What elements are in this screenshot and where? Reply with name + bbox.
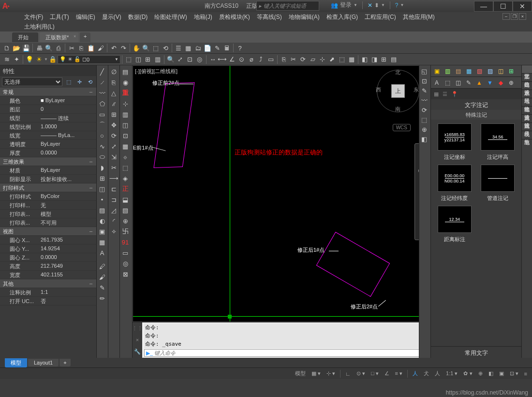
origin-handle[interactable] [228, 315, 232, 319]
rt1[interactable]: ◱ [419, 66, 429, 76]
zoom-all[interactable]: ⊡ [185, 55, 195, 64]
status-anno[interactable]: ⊕ [476, 369, 485, 378]
status-gear[interactable]: ✿ ▾ [461, 369, 474, 378]
insert-icon[interactable]: ⊞ [97, 173, 107, 183]
rp9[interactable]: A [432, 78, 442, 88]
side-tab[interactable]: 地貌土 [522, 131, 532, 139]
mirror-icon[interactable]: △ [108, 88, 119, 98]
brush2-icon[interactable]: 🖌 [97, 272, 107, 282]
polygon-icon[interactable]: ⬠ [97, 98, 107, 109]
dim7[interactable]: ▭ [266, 55, 276, 64]
spline-icon[interactable]: ∿ [97, 141, 107, 152]
prop-row[interactable]: 打印样...无 [0, 201, 96, 210]
palette-item[interactable]: x16585.83y22137.14注记坐标 [435, 123, 474, 161]
palette-item[interactable]: 34.56注记坪高 [478, 123, 518, 161]
prop-section[interactable]: 常规 [0, 88, 96, 96]
rt6[interactable]: ⬚ [419, 115, 429, 124]
command-input[interactable] [154, 350, 428, 356]
rp10[interactable]: ⬚ [443, 78, 452, 88]
cass1[interactable]: ▤ [120, 66, 131, 77]
mod2[interactable]: ✂ [289, 55, 298, 64]
region-icon[interactable]: ▣ [97, 226, 107, 237]
cass14[interactable]: ▧ [120, 205, 131, 215]
rt3[interactable]: ✎ [419, 86, 429, 95]
rp14[interactable]: ▼ [485, 78, 495, 88]
prop-row[interactable]: 图层0 [0, 105, 96, 114]
rp6[interactable]: ▨ [485, 66, 495, 76]
cmd-close-icon[interactable]: × [136, 337, 139, 343]
match-icon[interactable]: 🖌 [96, 43, 105, 53]
selectobj-icon[interactable]: ⟲ [86, 77, 94, 86]
mdi-restore-icon[interactable]: ❐ [511, 13, 518, 20]
help-search-input[interactable]: ▸键入关键字或短语 [256, 1, 319, 11]
rp4[interactable]: ▦ [464, 66, 473, 76]
rp1[interactable]: ▣ [432, 66, 442, 76]
status-polar[interactable]: ⊙ ▾ [355, 369, 367, 378]
zoom-prev-icon[interactable]: ⟲ [161, 43, 170, 53]
menu-diji[interactable]: 地籍(J) [194, 13, 212, 21]
rp12[interactable]: ✎ [464, 78, 473, 88]
prop-section[interactable]: 三维效果 [0, 157, 96, 166]
menu-data[interactable]: 数据(D) [128, 13, 148, 21]
cmd-grip-icon[interactable]: ⋮⋮ [132, 325, 143, 332]
calc-icon[interactable]: 🖩 [222, 43, 232, 53]
layerstate-icon[interactable]: ✦ [12, 55, 21, 64]
cass13[interactable]: ⬓ [120, 194, 131, 205]
layer-dropdown[interactable]: 💡☀ 🔓 ◻ 0▼ [58, 55, 120, 64]
side-tab[interactable]: 水系设施 [522, 82, 532, 90]
menu-landuse[interactable]: 土地利用(L) [24, 23, 55, 31]
menu-qc[interactable]: 质检模块(K) [219, 13, 250, 21]
status-model[interactable]: 模型 [293, 369, 308, 378]
cass6[interactable]: ◫ [120, 120, 131, 130]
rt4[interactable]: 〰 [419, 95, 429, 105]
brush3-icon[interactable]: ✎ [97, 282, 107, 293]
wcs-label[interactable]: WCS [393, 124, 411, 131]
selection-dropdown[interactable]: 无选择 [2, 77, 62, 86]
status-scale[interactable]: 1:1 ▾ [444, 369, 459, 378]
status-y[interactable]: ▣ [497, 369, 506, 378]
cass8[interactable]: ▦ [120, 141, 131, 152]
sheet-icon[interactable]: 📄 [203, 43, 212, 53]
prop-row[interactable]: 阴影显示投射和接收... [0, 175, 96, 183]
viewport-label[interactable]: [-][俯视][二维线框] [135, 68, 177, 75]
chamfer-icon[interactable]: ◿ [108, 205, 119, 215]
quickselect-icon[interactable]: ⬚ [64, 77, 73, 86]
fillet-icon[interactable]: ◜ [108, 215, 119, 226]
cass17[interactable]: 91 [120, 237, 131, 247]
cass10[interactable]: ⬚ [120, 162, 131, 173]
tpalette-icon[interactable]: 🗂 [193, 43, 203, 53]
infocenter-icon[interactable]: 👥 [331, 2, 338, 9]
mod5[interactable]: ⊹ [318, 55, 327, 64]
prop-row[interactable]: 线宽——— ByLa... [0, 131, 96, 140]
help2-icon[interactable]: ? [235, 43, 245, 53]
array-icon[interactable]: ⊞ [108, 109, 119, 120]
menu-check[interactable]: 检查入库(G) [326, 13, 358, 21]
status-x[interactable]: ◧ [487, 369, 495, 378]
rt7[interactable]: ⊕ [419, 124, 429, 134]
cass2[interactable]: ◉ [120, 77, 131, 88]
status-lw[interactable]: ≡ ▾ [393, 369, 404, 378]
palette-item[interactable]: E00.00.00N00.00.14注记经纬度 [435, 165, 474, 202]
rp16[interactable]: ⊕ [506, 78, 516, 88]
undo-icon[interactable]: ↶ [109, 43, 118, 53]
cass7[interactable]: ⊡ [120, 130, 131, 141]
tab-new[interactable]: + [80, 32, 90, 42]
ellipse-icon[interactable]: ⬭ [97, 152, 107, 162]
prop-row[interactable]: 透明度ByLayer [0, 140, 96, 149]
mdi-close-icon[interactable]: × [519, 13, 526, 20]
redo-icon[interactable]: ↷ [118, 43, 128, 53]
dcenter-icon[interactable]: ▦ [183, 43, 193, 53]
zoom-ext[interactable]: ⤢ [176, 55, 185, 64]
explode-icon[interactable]: ✧ [108, 226, 119, 237]
view-cube[interactable]: 上 北 南 西 东 [377, 70, 420, 113]
mod3[interactable]: ⟳ [298, 55, 308, 64]
zoom-win-icon[interactable]: ⬚ [151, 43, 161, 53]
cass11[interactable]: ◈ [120, 173, 131, 183]
break-icon[interactable]: ⊏ [108, 183, 119, 194]
status-p3[interactable]: 人 [433, 369, 442, 378]
point-icon[interactable]: • [97, 194, 107, 205]
scale-icon[interactable]: ⤢ [108, 141, 119, 152]
status-menu[interactable]: ≡ [522, 369, 529, 378]
cass16[interactable]: 卐 [120, 226, 131, 237]
prop-row[interactable]: 打印样式ByColor [0, 192, 96, 201]
